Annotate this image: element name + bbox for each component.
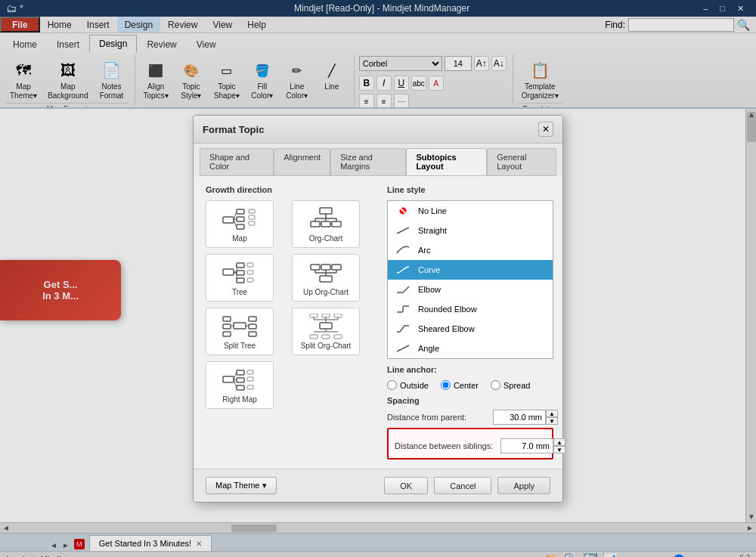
svg-rect-7	[249, 209, 255, 213]
map-theme-footer-label: Map Theme ▾	[215, 481, 267, 490]
line-style-arc[interactable]: Arc	[388, 240, 553, 260]
line-style-section: Line style No Line	[387, 185, 553, 460]
line-style-rounded-elbow[interactable]: Rounded Elbow	[388, 299, 553, 319]
growth-direction-title: Growth direction	[206, 185, 372, 194]
angle-label: Angle	[418, 344, 439, 353]
svg-rect-69	[247, 370, 253, 374]
up-org-chart-icon-box	[307, 259, 345, 286]
svg-line-74	[397, 227, 409, 234]
svg-rect-70	[247, 377, 253, 381]
dialog-close-button[interactable]: ✕	[538, 122, 553, 137]
angle-icon	[394, 342, 412, 354]
line-anchor-title: Line anchor:	[387, 365, 553, 374]
svg-rect-45	[249, 317, 256, 321]
svg-rect-29	[247, 278, 253, 282]
anchor-outside-radio[interactable]	[387, 380, 397, 390]
split-tree-option-label: Split Tree	[224, 342, 256, 350]
growth-option-right-map[interactable]: Right Map	[206, 361, 274, 409]
line-style-straight[interactable]: Straight	[388, 221, 553, 240]
distance-between-siblings-row: Distance between siblings: ▲ ▼	[395, 438, 546, 453]
svg-rect-61	[334, 335, 342, 339]
tab-size-margins[interactable]: Size and Margins	[330, 148, 406, 175]
svg-rect-71	[247, 385, 253, 389]
sheared-elbow-label: Sheared Elbow	[418, 324, 475, 333]
tree-icon	[222, 260, 258, 286]
svg-rect-27	[247, 263, 253, 267]
tab-shape-color[interactable]: Shape and Color	[200, 148, 274, 175]
anchor-outside-label: Outside	[400, 381, 429, 390]
svg-rect-18	[332, 221, 341, 227]
svg-rect-2	[237, 217, 244, 221]
svg-rect-46	[249, 324, 256, 329]
tree-icon-box	[221, 259, 259, 286]
line-style-sheared-elbow[interactable]: Sheared Elbow	[388, 319, 553, 339]
tab-general-layout[interactable]: General Layout	[487, 148, 556, 175]
distance-from-parent-label: Distance from parent:	[387, 413, 493, 422]
distance-from-parent-up[interactable]: ▲	[546, 410, 558, 417]
growth-option-split-tree[interactable]: Split Tree	[206, 308, 274, 355]
apply-button[interactable]: Apply	[497, 477, 550, 494]
growth-option-map[interactable]: Map	[206, 200, 274, 248]
anchor-outside-option[interactable]: Outside	[387, 380, 429, 390]
tab-subtopics-layout[interactable]: Subtopics Layout	[406, 148, 487, 175]
line-style-curve[interactable]: Curve	[388, 260, 553, 280]
rounded-elbow-icon	[394, 303, 412, 315]
anchor-spread-option[interactable]: Spread	[491, 380, 530, 390]
growth-option-org-chart[interactable]: Org-Chart	[292, 200, 360, 248]
svg-rect-47	[249, 332, 256, 336]
svg-rect-32	[332, 265, 341, 270]
svg-rect-62	[223, 376, 234, 382]
map-icon-box	[221, 206, 259, 233]
arc-label: Arc	[418, 246, 431, 255]
org-chart-icon	[308, 206, 344, 232]
anchor-spread-radio[interactable]	[491, 380, 500, 390]
curve-label: Curve	[418, 265, 440, 274]
anchor-center-label: Center	[454, 381, 479, 390]
distance-from-parent-input[interactable]	[493, 410, 546, 425]
svg-rect-38	[320, 276, 332, 282]
anchor-options: Outside Center Spread	[387, 380, 553, 390]
growth-option-up-org-chart[interactable]: Up Org-Chart	[292, 254, 360, 302]
modal-overlay: Format Topic ✕ Shape and Color Alignment…	[0, 0, 756, 557]
ok-button[interactable]: OK	[384, 477, 428, 494]
map-theme-footer-button[interactable]: Map Theme ▾	[206, 477, 277, 494]
dialog-title: Format Topic	[203, 124, 264, 135]
anchor-center-option[interactable]: Center	[441, 380, 479, 390]
spacing-title: Spacing	[387, 396, 553, 405]
growth-option-tree[interactable]: Tree	[206, 254, 274, 302]
cancel-button[interactable]: Cancel	[434, 477, 491, 494]
svg-rect-17	[321, 221, 330, 227]
distance-between-siblings-down[interactable]: ▼	[553, 446, 565, 453]
distance-from-parent-down[interactable]: ▼	[546, 417, 558, 425]
svg-rect-48	[320, 323, 332, 329]
distance-between-siblings-up[interactable]: ▲	[553, 438, 565, 446]
svg-rect-3	[237, 224, 244, 229]
layout-sections: Growth direction	[206, 185, 550, 460]
growth-option-split-org-chart[interactable]: Split Org-Chart	[292, 308, 360, 355]
svg-rect-19	[223, 269, 234, 275]
tab-alignment[interactable]: Alignment	[274, 148, 330, 175]
line-style-elbow[interactable]: Elbow	[388, 280, 553, 299]
svg-rect-42	[223, 317, 231, 321]
svg-rect-10	[320, 208, 332, 214]
distance-from-parent-input-group: ▲ ▼	[493, 410, 558, 425]
line-style-no-line[interactable]: No Line	[388, 201, 553, 221]
svg-rect-44	[223, 332, 231, 336]
line-style-angle[interactable]: Angle	[388, 339, 553, 358]
distance-between-siblings-input[interactable]	[500, 438, 553, 453]
distance-between-siblings-label: Distance between siblings:	[395, 441, 500, 450]
curve-icon	[394, 264, 412, 276]
arc-icon	[394, 244, 412, 256]
line-style-title: Line style	[387, 185, 553, 194]
anchor-center-radio[interactable]	[441, 380, 451, 390]
right-map-icon-box	[221, 367, 259, 394]
split-org-chart-icon-box	[307, 313, 345, 340]
distance-between-siblings-spinner: ▲ ▼	[553, 438, 565, 453]
svg-rect-8	[249, 215, 255, 219]
svg-rect-30	[311, 265, 320, 270]
svg-rect-63	[237, 370, 244, 375]
distance-between-siblings-input-group: ▲ ▼	[500, 438, 565, 453]
map-icon	[222, 206, 258, 232]
svg-rect-43	[223, 324, 231, 329]
tree-option-label: Tree	[232, 288, 247, 296]
